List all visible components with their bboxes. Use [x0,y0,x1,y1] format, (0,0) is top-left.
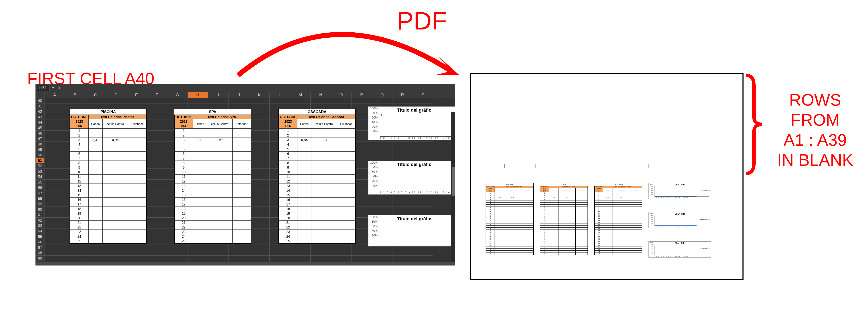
col-header-F[interactable]: F [147,92,167,98]
chart-panel-3[interactable]: Título del gráfic 100%80%60%40%20% [368,215,455,246]
pdf-ghost-2 [561,164,592,168]
row-header-44[interactable]: 44 [36,120,44,125]
table-title: PISCINA [70,109,146,115]
row-header-55[interactable]: 55 [36,180,44,185]
row-headers: 4041424344454647484950515253545556575859… [36,98,44,265]
pdf-table-cascada: CASCADAOCTUBRETest Chlorine Cascada2023H… [594,183,642,255]
table-title: SPA [175,109,251,115]
annotation-arrow [230,12,480,92]
row-header-66[interactable]: 66 [36,239,44,245]
chart-panel-1[interactable]: Título del gráfic 100%80%60%40%20%0% 1 2… [368,107,455,140]
table-piscina: PISCINAOCTUBRETest Chlorine Piscina2023H… [69,109,147,244]
col-header-J[interactable]: J [229,92,249,98]
select-all-corner[interactable] [36,92,44,98]
pdf-chart-title: Chart Title [650,183,710,186]
row-header-40[interactable]: 40 [36,98,44,104]
row-header-62[interactable]: 62 [36,217,44,223]
col-header-D[interactable]: D [106,92,126,98]
col-header-C[interactable]: C [86,92,106,98]
col-header-G[interactable]: G [167,92,188,98]
pdf-chart-legend: Column A [700,219,710,220]
row-header-57[interactable]: 57 [36,190,44,196]
col-header-E[interactable]: E [126,92,147,98]
row-header-61[interactable]: 61 [36,212,44,217]
pdf-ghost-1 [504,164,536,168]
row-header-43[interactable]: 43 [36,114,44,120]
horizontal-scrollbar[interactable] [36,262,455,265]
chart-title: Título del gráfic [370,162,455,167]
spreadsheet-window: H51 fx ABCDEFGHIJKLMNOPQRS 4041424344454… [35,84,455,265]
column-headers: ABCDEFGHIJKLMNOPQRS [36,92,455,98]
col-header-N[interactable]: N [311,92,331,98]
chart-title: Título del gráfic [370,108,455,113]
row-header-69[interactable]: 69 [36,256,44,261]
col-header-H[interactable]: H [188,92,208,98]
dropdown-icon[interactable] [51,85,56,90]
table-title: CASCADA [594,183,642,186]
row-header-52[interactable]: 52 [36,163,44,169]
row-header-48[interactable]: 48 [36,142,44,147]
table-title: SPA [540,183,588,186]
col-header-P[interactable]: P [351,92,372,98]
row-header-42[interactable]: 42 [36,109,44,114]
row-header-51[interactable]: 51 [36,158,44,163]
row-header-67[interactable]: 67 [36,245,44,250]
svg-text:fx: fx [57,86,60,90]
row-header-68[interactable]: 68 [36,250,44,256]
formula-bar: H51 fx [36,84,455,92]
row-header-46[interactable]: 46 [36,131,44,136]
row-header-49[interactable]: 49 [36,147,44,152]
col-header-B[interactable]: B [65,92,86,98]
row-header-47[interactable]: 47 [36,136,44,142]
pdf-chart-title: Chart Title [650,242,710,244]
cell-grid[interactable]: PISCINAOCTUBRETest Chlorine Piscina2023H… [44,98,455,265]
col-header-O[interactable]: O [331,92,351,98]
annotation-blank-l3: IN BLANK [777,151,854,169]
row-header-56[interactable]: 56 [36,185,44,190]
pdf-chart-3: Chart Title 100%80%60%40%20%0% Column A … [649,241,711,258]
name-box[interactable]: H51 [37,85,50,91]
table-spa: SPAOCTUBRETest Chlorine SPA2023Hannacelu… [174,109,251,244]
col-header-I[interactable]: I [208,92,229,98]
chart-title: Título del gráfic [370,216,455,222]
table-title: CASCADA [279,109,355,115]
row-header-50[interactable]: 50 [36,152,44,158]
svg-point-1 [380,114,382,116]
pdf-table-spa: SPAOCTUBRETest Chlorine SPA2023Hannacelu… [540,183,588,255]
row-header-45[interactable]: 45 [36,125,44,131]
row-header-60[interactable]: 60 [36,207,44,212]
scrollbar-thumb[interactable] [452,167,455,196]
chart-xticks: 1 2 3 4 5 6 7 8 9 10 11 12 13 14 15 16 [380,191,455,194]
col-header-L[interactable]: L [270,92,290,98]
annotation-blank-l2: A1 : A39 [784,131,847,149]
pdf-table-piscina: PISCINAOCTUBRETest Chlorine Piscina2023H… [486,183,534,255]
pdf-preview: PISCINAOCTUBRETest Chlorine Piscina2023H… [470,73,744,280]
vertical-scrollbar[interactable] [451,112,455,265]
chart-xticks: 1 2 3 4 5 6 7 8 9 10 11 12 13 14 15 16 [380,137,455,139]
row-header-64[interactable]: 64 [36,229,44,234]
row-header-59[interactable]: 59 [36,201,44,207]
pdf-ghost-3 [617,164,649,168]
pdf-chart-legend: Column A [700,189,710,191]
row-header-58[interactable]: 58 [36,196,44,201]
table-title: PISCINA [486,183,533,186]
col-header-Q[interactable]: Q [372,92,393,98]
annotation-blank-l1: ROWS FROM [789,90,841,129]
chart-panel-2[interactable]: Título del gráfic 100%80%60%40%20%0% 1 2… [368,161,455,195]
col-header-M[interactable]: M [290,92,311,98]
col-header-A[interactable]: A [44,92,65,98]
col-header-R[interactable]: R [393,92,413,98]
annotation-blank-rows: ROWS FROM A1 : A39 IN BLANK [762,90,868,170]
row-header-53[interactable]: 53 [36,169,44,174]
fx-icon[interactable]: fx [57,85,62,90]
row-header-63[interactable]: 63 [36,223,44,229]
row-header-54[interactable]: 54 [36,174,44,180]
chart-yticks: 100%80%60%40%20% [369,215,378,238]
row-header-65[interactable]: 65 [36,234,44,239]
col-header-K[interactable]: K [249,92,270,98]
col-header-S[interactable]: S [413,92,433,98]
pdf-chart-legend: Column A [700,248,710,249]
row-header-41[interactable]: 41 [36,104,44,109]
pdf-chart-1: Chart Title 100%80%60%40%20%0% Column A … [649,183,711,199]
pdf-chart-2: Chart Title 100%80%60%40%20%0% Column A … [649,212,711,228]
